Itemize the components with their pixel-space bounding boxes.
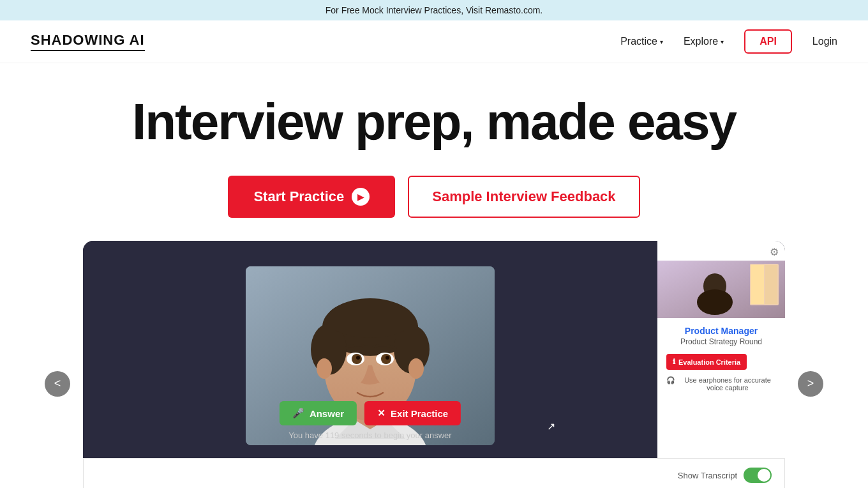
logo[interactable]: SHADOWING AI [31, 32, 145, 51]
nav-login-button[interactable]: Login [812, 36, 837, 47]
hero-section: Interview prep, made easy Start Practice… [0, 63, 868, 488]
svg-rect-18 [751, 265, 764, 304]
interview-info: Product Manager Product Strategy Round ℹ… [657, 318, 785, 458]
mic-icon: 🎤 [292, 408, 304, 419]
side-panel-top: ⚙ [657, 241, 785, 261]
svg-point-15 [385, 356, 389, 360]
banner-text: For Free Mock Interview Practices, Visit… [326, 5, 543, 15]
toggle-thumb [758, 469, 770, 482]
start-practice-button[interactable]: Start Practice ▶ [228, 176, 395, 218]
carousel-prev-button[interactable]: < [45, 371, 70, 397]
headphone-icon: 🎧 [666, 376, 675, 385]
nav-explore[interactable]: Explore ▾ [684, 36, 724, 47]
hero-title: Interview prep, made easy [13, 94, 855, 150]
svg-point-7 [327, 300, 414, 338]
info-icon: ℹ [673, 358, 675, 366]
nav-api-button[interactable]: API [744, 29, 792, 54]
transcript-toggle[interactable] [744, 468, 772, 483]
nav-right: Practice ▾ Explore ▾ API Login [620, 29, 837, 54]
svg-point-14 [356, 356, 360, 360]
svg-rect-19 [765, 265, 777, 304]
nav-practice[interactable]: Practice ▾ [620, 36, 663, 47]
cta-row: Start Practice ▶ Sample Interview Feedba… [13, 176, 855, 218]
transcript-area: Show Transcript Main Question Can you de… [83, 458, 785, 488]
video-controls: 🎤 Answer ✕ Exit Practice You have 119 se… [280, 401, 461, 440]
chevron-down-icon: ▾ [660, 38, 663, 45]
webcam-thumbnail [657, 261, 785, 318]
demo-container: 🎤 Answer ✕ Exit Practice You have 119 se… [83, 241, 785, 458]
play-icon: ▶ [352, 188, 370, 206]
gear-icon[interactable]: ⚙ [770, 246, 779, 258]
carousel-next-button[interactable]: > [798, 371, 823, 397]
timer-text: You have 119 seconds to begin your answe… [288, 431, 451, 440]
evaluation-criteria-button[interactable]: ℹ Evaluation Criteria [666, 354, 747, 370]
demo-wrapper: < [83, 241, 785, 488]
cursor: ↗ [547, 420, 555, 432]
transcript-header: Show Transcript [96, 468, 772, 483]
earphone-hint: 🎧 Use earphones for accurate voice captu… [666, 376, 776, 392]
svg-point-9 [408, 358, 424, 379]
video-main: 🎤 Answer ✕ Exit Practice You have 119 se… [83, 241, 657, 458]
role-round: Product Strategy Round [666, 337, 776, 346]
side-panel: ⚙ [657, 241, 785, 458]
svg-point-8 [317, 358, 332, 379]
navbar: SHADOWING AI Practice ▾ Explore ▾ API Lo… [0, 20, 868, 63]
chevron-down-icon: ▾ [721, 38, 724, 45]
controls-btns: 🎤 Answer ✕ Exit Practice [280, 401, 461, 425]
x-icon: ✕ [377, 408, 385, 419]
top-banner: For Free Mock Interview Practices, Visit… [0, 0, 868, 20]
transcript-label: Show Transcript [678, 471, 737, 480]
svg-point-21 [697, 289, 733, 315]
answer-button[interactable]: 🎤 Answer [280, 401, 357, 425]
role-title: Product Manager [666, 326, 776, 336]
demo-inner: 🎤 Answer ✕ Exit Practice You have 119 se… [83, 241, 785, 458]
sample-feedback-button[interactable]: Sample Interview Feedback [408, 176, 640, 218]
exit-practice-button[interactable]: ✕ Exit Practice [364, 401, 461, 425]
